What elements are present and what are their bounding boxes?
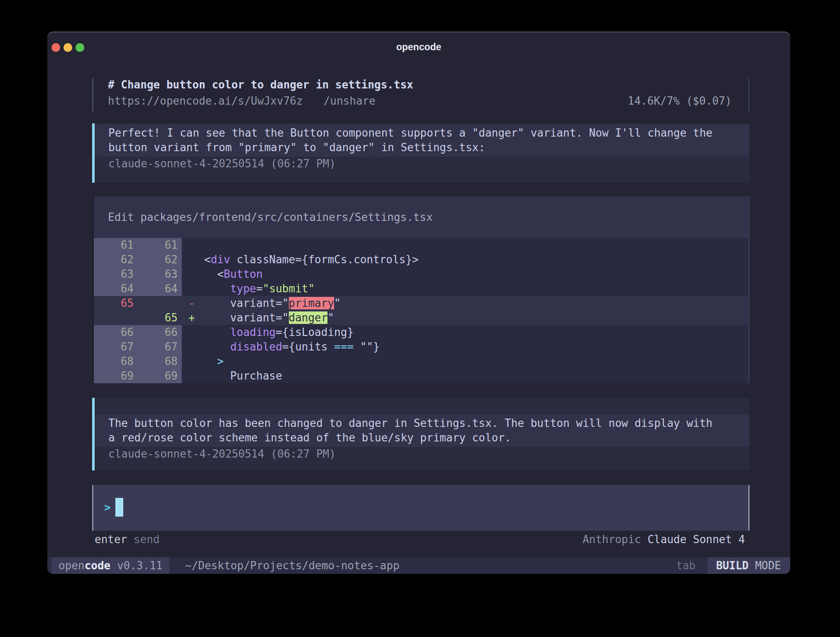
assistant-message: The button color has been changed to dan… (92, 398, 750, 470)
diff-marker: + (182, 311, 200, 325)
input-line: > (104, 498, 123, 517)
window-titlebar: opencode (47, 32, 790, 61)
build-mode-chip: BUILD MODE (708, 557, 790, 574)
old-line-number: 66 (94, 325, 138, 340)
working-directory: ~/Desktop/Projects/demo-notes-app (185, 557, 400, 574)
old-line-number: 67 (94, 340, 138, 354)
edit-tool-card: Edit packages/frontend/src/containers/Se… (92, 196, 750, 383)
session-title: # Change button color to danger in setti… (108, 78, 413, 91)
app-version-chip: opencode v0.3.11 (51, 557, 169, 574)
old-line-number (94, 311, 138, 325)
code-line: loading={isLoading} (200, 325, 748, 340)
diff-row: 6767 disabled={units === ""} (94, 340, 748, 354)
context-stats: 14.6K/7% ($0.07) (628, 95, 732, 107)
old-line-number: 69 (94, 369, 138, 383)
input-prompt: > (104, 501, 111, 514)
old-line-number: 61 (94, 238, 138, 252)
new-line-number: 63 (138, 267, 182, 282)
hints-row: enter send Anthropic Claude Sonnet 4 (95, 532, 745, 547)
send-action-label: send (134, 533, 160, 546)
session-header: # Change button color to danger in setti… (92, 78, 750, 111)
diff-view: 61616262<div className={formCs.controls}… (94, 238, 748, 383)
old-line-number: 68 (94, 354, 138, 369)
new-line-number: 64 (138, 282, 182, 296)
code-line: variant="primary" (200, 296, 748, 311)
model-info: claude-sonnet-4-20250514 (06:27 PM) (108, 157, 750, 171)
new-line-number: 61 (138, 238, 182, 252)
diff-row: 6262<div className={formCs.controls}> (94, 252, 748, 267)
diff-row: 6161 (94, 238, 748, 252)
code-line: <div className={formCs.controls}> (200, 252, 748, 267)
diff-row: 6666 loading={isLoading} (94, 325, 748, 340)
app-name-normal: open (59, 559, 85, 572)
diff-marker (182, 325, 200, 340)
provider-name: Anthropic (583, 533, 641, 546)
app-version (110, 559, 117, 572)
edit-tool-title: Edit packages/frontend/src/containers/Se… (94, 196, 748, 238)
assistant-message: Perfect! I can see that the Button compo… (92, 123, 750, 183)
code-line: disabled={units === ""} (200, 340, 748, 354)
version-number: v0.3.11 (117, 559, 163, 572)
diff-marker (182, 282, 200, 296)
code-line: <Button (200, 267, 748, 282)
unshare-command[interactable]: /unshare (324, 95, 376, 107)
window-title: opencode (47, 42, 790, 53)
new-line-number: 69 (138, 369, 182, 383)
new-line-number: 62 (138, 252, 182, 267)
diff-row: 6868 > (94, 354, 748, 369)
opencode-window: opencode # Change button color to danger… (47, 32, 790, 574)
assistant-message-text: Perfect! I can see that the Button compo… (95, 124, 750, 157)
mode-secondary-label: MODE (755, 559, 781, 572)
new-line-number: 67 (138, 340, 182, 354)
new-line-number: 65 (138, 311, 182, 325)
new-line-number: 68 (138, 354, 182, 369)
code-line: > (200, 354, 748, 369)
diff-marker: - (182, 296, 200, 311)
diff-row: 65+ variant="danger" (94, 311, 748, 325)
code-line (200, 238, 748, 252)
model-name: Claude Sonnet 4 (647, 533, 745, 546)
diff-row: 6363 <Button (94, 267, 748, 282)
diff-row: 6464 type="submit" (94, 282, 748, 296)
diff-marker (182, 238, 200, 252)
code-line: variant="danger" (200, 311, 748, 325)
diff-marker (182, 369, 200, 383)
new-line-number: 66 (138, 325, 182, 340)
mode-secondary (749, 559, 755, 572)
app-name-bold: code (85, 559, 111, 572)
mode-primary: BUILD (716, 559, 748, 572)
diff-marker (182, 267, 200, 282)
send-hint: enter send (95, 532, 160, 547)
session-share-line: https://opencode.ai/s/UwJxv76z/unshare (108, 95, 376, 107)
code-line: type="submit" (200, 282, 748, 296)
old-line-number: 65 (94, 296, 138, 311)
old-line-number: 63 (94, 267, 138, 282)
code-line: Purchase (200, 369, 748, 383)
diff-row: 65- variant="primary" (94, 296, 748, 311)
diff-row: 6969 Purchase (94, 369, 748, 383)
new-line-number (138, 296, 182, 311)
diff-marker (182, 252, 200, 267)
share-url[interactable]: https://opencode.ai/s/UwJxv76z (108, 95, 303, 107)
diff-marker (182, 354, 200, 369)
text-cursor (115, 498, 123, 517)
message-input[interactable]: > (92, 485, 750, 531)
assistant-message-text: The button color has been changed to dan… (95, 414, 750, 447)
status-bar: opencode v0.3.11 ~/Desktop/Projects/demo… (47, 557, 790, 574)
model-indicator: Anthropic Claude Sonnet 4 (583, 532, 745, 547)
diff-marker (182, 340, 200, 354)
old-line-number: 64 (94, 282, 138, 296)
model-info: claude-sonnet-4-20250514 (06:27 PM) (108, 447, 750, 461)
enter-key-hint: enter (95, 533, 127, 546)
old-line-number: 62 (94, 252, 138, 267)
tab-key-hint: tab (676, 557, 696, 574)
